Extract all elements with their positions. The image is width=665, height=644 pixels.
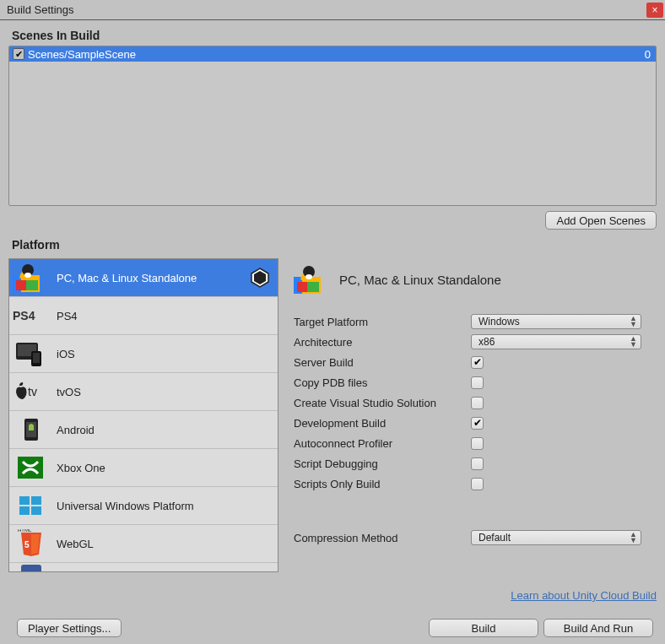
architecture-dropdown[interactable]: x86 ▲▼ — [471, 334, 641, 349]
platform-item-more[interactable] — [9, 563, 278, 571]
cloud-build-link[interactable]: Learn about Unity Cloud Build — [294, 589, 657, 602]
standalone-icon — [294, 263, 329, 295]
player-settings-button[interactable]: Player Settings... — [17, 619, 122, 637]
scene-path: Scenes/SampleScene — [28, 48, 136, 61]
html5-icon: 5 HTML — [13, 528, 48, 560]
copy-pdb-label: Copy PDB files — [294, 376, 471, 389]
server-build-checkbox[interactable]: ✔ — [471, 356, 484, 369]
unity-icon — [249, 267, 271, 289]
svg-rect-16 — [18, 457, 43, 479]
platform-detail: PC, Mac & Linux Standalone Target Platfo… — [294, 258, 657, 602]
svg-text:5: 5 — [24, 540, 30, 549]
close-icon: × — [651, 4, 657, 16]
window-title: Build Settings — [7, 3, 646, 16]
scenes-list[interactable]: ✔ Scenes/SampleScene 0 — [8, 46, 657, 206]
platform-item-ios[interactable]: iOS — [9, 335, 278, 373]
dropdown-value: Windows — [478, 316, 520, 327]
platform-item-label: Universal Windows Platform — [57, 500, 194, 512]
scenes-label: Scenes In Build — [0, 20, 665, 46]
platform-item-standalone[interactable]: PC, Mac & Linux Standalone — [9, 259, 278, 297]
target-platform-dropdown[interactable]: Windows ▲▼ — [471, 314, 641, 329]
platform-item-label: PS4 — [57, 310, 78, 322]
autoconnect-checkbox[interactable] — [471, 437, 484, 450]
facebook-icon — [13, 565, 48, 572]
scene-row[interactable]: ✔ Scenes/SampleScene 0 — [9, 46, 656, 62]
platform-item-ps4[interactable]: PS4 PS4 — [9, 297, 278, 335]
platform-item-label: WebGL — [57, 538, 94, 550]
script-debug-label: Script Debugging — [294, 457, 471, 470]
dev-build-checkbox[interactable]: ✔ — [471, 417, 484, 430]
standalone-icon — [13, 262, 48, 294]
svg-point-5 — [24, 273, 31, 278]
platform-item-label: tvOS — [57, 386, 81, 398]
platform-item-webgl[interactable]: 5 HTML WebGL — [9, 525, 278, 563]
dev-build-label: Development Build — [294, 417, 471, 430]
svg-text:PS4: PS4 — [13, 309, 35, 322]
svg-rect-28 — [297, 282, 309, 292]
platform-item-android[interactable]: Android — [9, 411, 278, 449]
detail-title: PC, Mac & Linux Standalone — [339, 273, 501, 287]
scene-checkbox[interactable]: ✔ — [13, 48, 24, 60]
svg-rect-17 — [19, 496, 30, 505]
add-open-scenes-button[interactable]: Add Open Scenes — [545, 211, 657, 230]
svg-rect-2 — [16, 280, 28, 290]
svg-rect-18 — [31, 496, 41, 505]
svg-text:tv: tv — [28, 385, 37, 398]
autoconnect-label: Autoconnect Profiler — [294, 437, 471, 450]
scene-index: 0 — [645, 48, 651, 61]
platform-item-tvos[interactable]: tv tvOS — [9, 373, 278, 411]
tvos-icon: tv — [13, 376, 48, 408]
architecture-label: Architecture — [294, 336, 471, 349]
windows-icon — [13, 490, 48, 522]
server-build-label: Server Build — [294, 356, 471, 369]
chevron-updown-icon: ▲▼ — [630, 532, 637, 544]
svg-point-31 — [305, 274, 312, 279]
platform-item-uwp[interactable]: Universal Windows Platform — [9, 487, 278, 525]
svg-text:HTML: HTML — [18, 529, 32, 533]
copy-pdb-checkbox[interactable] — [471, 376, 484, 389]
platform-label: Platform — [0, 230, 665, 255]
compression-label: Compression Method — [294, 532, 471, 544]
platform-item-label: iOS — [57, 348, 75, 360]
svg-rect-12 — [33, 353, 40, 363]
svg-rect-25 — [21, 565, 41, 572]
dropdown-value: x86 — [478, 336, 495, 348]
close-button[interactable]: × — [646, 3, 663, 18]
build-button[interactable]: Build — [429, 619, 538, 637]
svg-rect-3 — [26, 280, 38, 290]
build-and-run-button[interactable]: Build And Run — [543, 619, 653, 637]
svg-rect-29 — [307, 282, 319, 292]
scripts-only-checkbox[interactable] — [471, 478, 484, 490]
compression-dropdown[interactable]: Default ▲▼ — [471, 530, 641, 545]
chevron-updown-icon: ▲▼ — [630, 316, 637, 327]
create-vs-label: Create Visual Studio Solution — [294, 397, 471, 409]
script-debug-checkbox[interactable] — [471, 457, 484, 470]
platform-item-xboxone[interactable]: Xbox One — [9, 449, 278, 487]
xbox-icon — [13, 452, 48, 484]
platform-scroll[interactable]: PC, Mac & Linux Standalone PS4 PS4 — [9, 259, 278, 571]
platform-item-label: PC, Mac & Linux Standalone — [57, 272, 197, 284]
svg-rect-19 — [19, 506, 30, 515]
dropdown-value: Default — [478, 532, 511, 544]
platform-item-label: Android — [57, 424, 95, 436]
target-platform-label: Target Platform — [294, 316, 471, 328]
chevron-updown-icon: ▲▼ — [630, 336, 637, 348]
titlebar: Build Settings × — [0, 0, 665, 20]
platform-item-label: Xbox One — [57, 462, 105, 474]
scripts-only-label: Scripts Only Build — [294, 478, 471, 490]
bottom-toolbar: Player Settings... Build Build And Run — [0, 619, 665, 637]
create-vs-checkbox[interactable] — [471, 397, 484, 409]
svg-rect-20 — [31, 506, 41, 515]
android-icon — [13, 414, 48, 446]
platform-list: PC, Mac & Linux Standalone PS4 PS4 — [8, 258, 278, 572]
ps4-icon: PS4 — [13, 300, 48, 332]
ios-icon — [13, 338, 48, 370]
